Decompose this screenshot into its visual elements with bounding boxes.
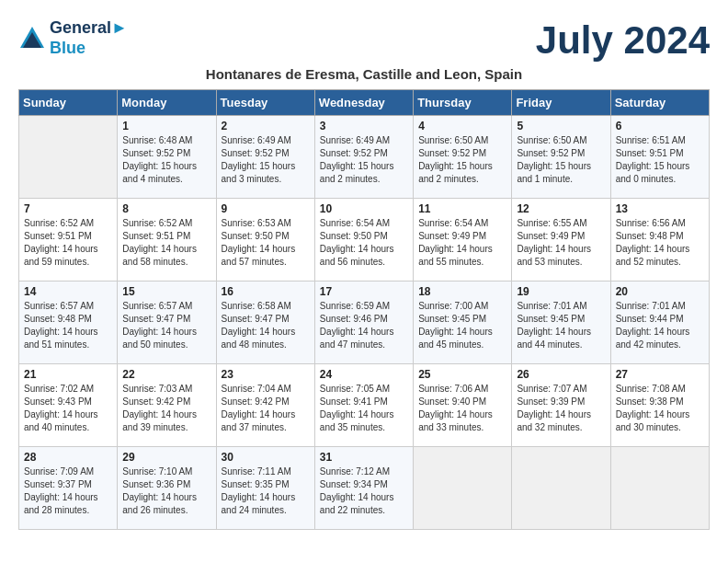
calendar-cell: 9Sunrise: 6:53 AMSunset: 9:50 PMDaylight…: [216, 199, 314, 282]
day-info: Sunrise: 7:01 AMSunset: 9:45 PMDaylight:…: [517, 300, 605, 351]
day-info: Sunrise: 6:56 AMSunset: 9:48 PMDaylight:…: [616, 217, 704, 269]
day-number: 25: [418, 368, 506, 381]
day-info: Sunrise: 7:12 AMSunset: 9:34 PMDaylight:…: [320, 465, 408, 517]
day-info: Sunrise: 6:49 AMSunset: 9:52 PMDaylight:…: [222, 134, 310, 186]
day-info: Sunrise: 6:51 AMSunset: 9:51 PMDaylight:…: [616, 134, 704, 186]
page-container: General► Blue July 2024 Hontanares de Er…: [18, 18, 710, 530]
day-info: Sunrise: 7:04 AMSunset: 9:42 PMDaylight:…: [222, 383, 310, 434]
calendar-cell: 18Sunrise: 7:00 AMSunset: 9:45 PMDayligh…: [414, 282, 512, 364]
weekday-header-tuesday: Tuesday: [216, 90, 314, 116]
day-info: Sunrise: 7:05 AMSunset: 9:41 PMDaylight:…: [320, 383, 408, 434]
calendar-cell: 26Sunrise: 7:07 AMSunset: 9:39 PMDayligh…: [512, 364, 610, 447]
day-number: 13: [616, 202, 704, 215]
day-number: 20: [616, 285, 704, 298]
day-number: 5: [517, 120, 605, 132]
day-info: Sunrise: 7:02 AMSunset: 9:43 PMDaylight:…: [24, 383, 112, 434]
week-row-1: 1Sunrise: 6:48 AMSunset: 9:52 PMDaylight…: [19, 116, 710, 199]
calendar-cell: 22Sunrise: 7:03 AMSunset: 9:42 PMDayligh…: [118, 364, 216, 447]
calendar-cell: 23Sunrise: 7:04 AMSunset: 9:42 PMDayligh…: [216, 364, 314, 447]
calendar-cell: 11Sunrise: 6:54 AMSunset: 9:49 PMDayligh…: [414, 199, 512, 282]
day-number: 27: [616, 368, 704, 381]
calendar-cell: 1Sunrise: 6:48 AMSunset: 9:52 PMDaylight…: [118, 116, 216, 199]
calendar-cell: [414, 447, 512, 530]
day-info: Sunrise: 7:11 AMSunset: 9:35 PMDaylight:…: [222, 465, 310, 517]
day-info: Sunrise: 6:49 AMSunset: 9:52 PMDaylight:…: [320, 134, 408, 186]
day-info: Sunrise: 7:08 AMSunset: 9:38 PMDaylight:…: [616, 383, 704, 434]
day-info: Sunrise: 6:48 AMSunset: 9:52 PMDaylight:…: [122, 134, 210, 186]
logo-icon: [18, 25, 46, 52]
day-number: 19: [517, 285, 605, 298]
calendar-cell: 3Sunrise: 6:49 AMSunset: 9:52 PMDaylight…: [314, 116, 413, 199]
calendar-cell: 17Sunrise: 6:59 AMSunset: 9:46 PMDayligh…: [314, 282, 413, 364]
day-number: 12: [517, 202, 605, 215]
calendar-cell: 30Sunrise: 7:11 AMSunset: 9:35 PMDayligh…: [216, 447, 314, 530]
day-info: Sunrise: 7:01 AMSunset: 9:44 PMDaylight:…: [616, 300, 704, 351]
weekday-header-row: SundayMondayTuesdayWednesdayThursdayFrid…: [19, 90, 710, 116]
day-info: Sunrise: 6:52 AMSunset: 9:51 PMDaylight:…: [24, 217, 112, 269]
calendar-cell: [610, 447, 709, 530]
logo-text: General► Blue: [50, 18, 128, 58]
day-number: 30: [222, 451, 310, 464]
calendar-cell: 13Sunrise: 6:56 AMSunset: 9:48 PMDayligh…: [610, 199, 709, 282]
calendar-cell: 7Sunrise: 6:52 AMSunset: 9:51 PMDaylight…: [19, 199, 118, 282]
day-number: 18: [418, 285, 506, 298]
day-number: 14: [24, 285, 112, 298]
day-info: Sunrise: 6:54 AMSunset: 9:50 PMDaylight:…: [320, 217, 408, 269]
calendar-cell: 15Sunrise: 6:57 AMSunset: 9:47 PMDayligh…: [118, 282, 216, 364]
day-number: 31: [320, 451, 408, 464]
day-info: Sunrise: 6:53 AMSunset: 9:50 PMDaylight:…: [222, 217, 310, 269]
day-number: 4: [418, 120, 506, 132]
day-info: Sunrise: 7:07 AMSunset: 9:39 PMDaylight:…: [517, 383, 605, 434]
day-number: 7: [24, 202, 112, 215]
day-info: Sunrise: 6:57 AMSunset: 9:47 PMDaylight:…: [122, 300, 210, 351]
weekday-header-wednesday: Wednesday: [314, 90, 413, 116]
day-info: Sunrise: 7:06 AMSunset: 9:40 PMDaylight:…: [418, 383, 506, 434]
title-block: July 2024: [536, 18, 710, 63]
week-row-4: 21Sunrise: 7:02 AMSunset: 9:43 PMDayligh…: [19, 364, 710, 447]
calendar-cell: 27Sunrise: 7:08 AMSunset: 9:38 PMDayligh…: [610, 364, 709, 447]
day-number: 9: [222, 202, 310, 215]
day-info: Sunrise: 6:58 AMSunset: 9:47 PMDaylight:…: [222, 300, 310, 351]
day-info: Sunrise: 6:54 AMSunset: 9:49 PMDaylight:…: [418, 217, 506, 269]
day-info: Sunrise: 7:03 AMSunset: 9:42 PMDaylight:…: [122, 383, 210, 434]
weekday-header-saturday: Saturday: [610, 90, 709, 116]
day-number: 28: [24, 451, 112, 464]
day-number: 8: [122, 202, 210, 215]
calendar-cell: 16Sunrise: 6:58 AMSunset: 9:47 PMDayligh…: [216, 282, 314, 364]
day-number: 1: [122, 120, 210, 132]
day-info: Sunrise: 7:09 AMSunset: 9:37 PMDaylight:…: [24, 465, 112, 517]
day-number: 17: [320, 285, 408, 298]
day-info: Sunrise: 6:57 AMSunset: 9:48 PMDaylight:…: [24, 300, 112, 351]
week-row-2: 7Sunrise: 6:52 AMSunset: 9:51 PMDaylight…: [19, 199, 710, 282]
weekday-header-monday: Monday: [118, 90, 216, 116]
day-number: 10: [320, 202, 408, 215]
month-title: July 2024: [536, 18, 710, 63]
day-number: 15: [122, 285, 210, 298]
calendar-cell: 14Sunrise: 6:57 AMSunset: 9:48 PMDayligh…: [19, 282, 118, 364]
calendar-cell: 5Sunrise: 6:50 AMSunset: 9:52 PMDaylight…: [512, 116, 610, 199]
calendar-cell: [19, 116, 118, 199]
logo: General► Blue: [18, 18, 128, 58]
day-number: 22: [122, 368, 210, 381]
day-info: Sunrise: 6:50 AMSunset: 9:52 PMDaylight:…: [517, 134, 605, 186]
calendar-cell: 21Sunrise: 7:02 AMSunset: 9:43 PMDayligh…: [19, 364, 118, 447]
calendar-cell: [512, 447, 610, 530]
calendar-cell: 28Sunrise: 7:09 AMSunset: 9:37 PMDayligh…: [19, 447, 118, 530]
calendar-cell: 8Sunrise: 6:52 AMSunset: 9:51 PMDaylight…: [118, 199, 216, 282]
week-row-5: 28Sunrise: 7:09 AMSunset: 9:37 PMDayligh…: [19, 447, 710, 530]
day-number: 21: [24, 368, 112, 381]
calendar-table: SundayMondayTuesdayWednesdayThursdayFrid…: [18, 89, 710, 530]
day-number: 29: [122, 451, 210, 464]
location: Hontanares de Eresma, Castille and Leon,…: [18, 66, 710, 82]
calendar-cell: 25Sunrise: 7:06 AMSunset: 9:40 PMDayligh…: [414, 364, 512, 447]
weekday-header-thursday: Thursday: [414, 90, 512, 116]
calendar-cell: 10Sunrise: 6:54 AMSunset: 9:50 PMDayligh…: [314, 199, 413, 282]
calendar-cell: 4Sunrise: 6:50 AMSunset: 9:52 PMDaylight…: [414, 116, 512, 199]
day-number: 26: [517, 368, 605, 381]
day-info: Sunrise: 6:52 AMSunset: 9:51 PMDaylight:…: [122, 217, 210, 269]
weekday-header-sunday: Sunday: [19, 90, 118, 116]
page-header: General► Blue July 2024: [18, 18, 710, 63]
day-info: Sunrise: 7:10 AMSunset: 9:36 PMDaylight:…: [122, 465, 210, 517]
calendar-cell: 24Sunrise: 7:05 AMSunset: 9:41 PMDayligh…: [314, 364, 413, 447]
calendar-cell: 20Sunrise: 7:01 AMSunset: 9:44 PMDayligh…: [610, 282, 709, 364]
